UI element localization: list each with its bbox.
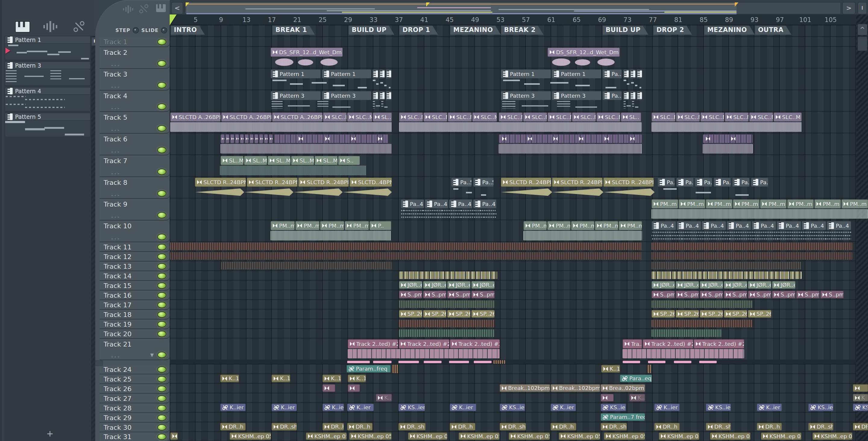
track-header[interactable]: Track 2... <box>99 47 169 68</box>
track-mute-led[interactable] <box>157 190 166 197</box>
track-header[interactable]: Track 9... <box>99 199 169 220</box>
track-header[interactable]: Track 21...▼ <box>99 339 169 359</box>
add-pattern-button[interactable]: + <box>46 429 53 439</box>
minimap-marker-icon <box>426 2 430 7</box>
track-header[interactable]: Track 7... <box>99 156 169 176</box>
track-header[interactable]: Track 3... <box>99 69 169 90</box>
playlist-minimap[interactable] <box>185 2 841 14</box>
track-options-dots[interactable]: ... <box>111 147 121 154</box>
scrollbar-thumb[interactable] <box>858 36 867 51</box>
track-mute-led[interactable] <box>157 125 166 131</box>
track-mute-led[interactable] <box>157 302 166 308</box>
scroll-left-button[interactable]: < <box>172 2 183 14</box>
track-header[interactable]: Track 10... <box>99 221 169 242</box>
track-header[interactable]: Track 29 <box>99 413 169 422</box>
track-header[interactable]: Track 6... <box>99 134 169 155</box>
track-mute-led[interactable] <box>157 212 166 218</box>
pattern-item-header[interactable]: Pattern 1 <box>5 36 90 43</box>
pattern-item[interactable]: Pattern 4 <box>5 87 90 111</box>
automation-link-icon[interactable] <box>73 21 85 33</box>
track-mute-led[interactable] <box>157 321 166 327</box>
track-header[interactable]: Track 26 <box>99 384 169 393</box>
track-header[interactable]: Track 24 <box>99 365 169 374</box>
track-header[interactable]: Track 12 <box>99 252 169 261</box>
track-header[interactable]: Track 25 <box>99 375 169 383</box>
collapse-arrow-icon[interactable]: ▼ <box>150 352 154 358</box>
track-mute-led[interactable] <box>157 366 166 373</box>
track-mute-led[interactable] <box>157 405 166 411</box>
pattern-list: Pattern 1Pattern 3Pattern 4Pattern 5 <box>4 36 91 441</box>
track-header[interactable]: Track 27 <box>99 394 169 403</box>
track-options-dots[interactable]: ... <box>111 104 121 111</box>
track-mute-led[interactable] <box>157 60 166 67</box>
track-options-dots[interactable]: ... <box>111 234 121 241</box>
track-mute-led[interactable] <box>157 244 166 250</box>
track-mute-led[interactable] <box>157 434 166 440</box>
track-mute-led[interactable] <box>157 147 166 153</box>
track-mute-led[interactable] <box>157 82 166 88</box>
track-header[interactable]: Track 30 <box>99 423 169 432</box>
pattern-item[interactable]: Pattern 5 <box>5 113 90 137</box>
track-header[interactable]: Track 16 <box>99 291 169 299</box>
track-header[interactable]: Track 8... <box>99 177 169 198</box>
track-options-dots[interactable]: ... <box>111 190 121 198</box>
pattern-item[interactable]: Pattern 1 <box>5 36 90 60</box>
track-mute-led[interactable] <box>157 311 166 318</box>
track-name: Track 21 <box>104 341 132 348</box>
track-header[interactable]: Track 11 <box>99 242 169 251</box>
track-mute-led[interactable] <box>157 414 166 421</box>
minimap-line <box>664 12 737 13</box>
collapsed-group-notch[interactable] <box>95 360 103 366</box>
track-header[interactable]: Track 5... <box>99 112 169 133</box>
track-mute-led[interactable] <box>157 376 166 382</box>
track-header[interactable]: Track 4... <box>99 91 169 111</box>
waveform-icon[interactable] <box>43 21 57 32</box>
scroll-up-button[interactable]: ^ <box>858 24 867 35</box>
track-mute-led[interactable] <box>157 292 166 298</box>
scroll-right-button[interactable]: > <box>842 2 855 14</box>
playlist-grid[interactable] <box>170 25 856 441</box>
track-options-dots[interactable]: ... <box>111 169 121 176</box>
track-options-dots[interactable]: ... <box>111 352 121 359</box>
track-mute-led[interactable] <box>157 395 166 402</box>
track-mute-led[interactable] <box>157 424 166 431</box>
track-options-dots[interactable]: ... <box>111 125 121 133</box>
track-header[interactable]: Track 20 <box>99 329 169 338</box>
track-mute-led[interactable] <box>157 331 166 337</box>
track-header[interactable]: Track 14 <box>99 271 169 280</box>
track-name: Track 12 <box>104 253 132 260</box>
track-mute-led[interactable] <box>157 104 166 110</box>
track-header[interactable]: Track 17 <box>99 300 169 309</box>
track-mute-led[interactable] <box>157 282 166 289</box>
track-header[interactable]: Track 31 <box>99 433 169 441</box>
track-options-dots[interactable]: ... <box>111 82 121 89</box>
track-mute-led[interactable] <box>157 234 166 240</box>
track-mute-led[interactable] <box>157 254 166 260</box>
pattern-item-header[interactable]: Pattern 4 <box>5 87 90 95</box>
track-name: Track 9 <box>104 201 127 208</box>
track-header[interactable]: Track 28 <box>99 404 169 412</box>
track-header[interactable]: Track 1 <box>99 37 169 47</box>
track-mute-led[interactable] <box>157 273 166 279</box>
track-header[interactable]: Track 15 <box>99 281 169 290</box>
track-mute-led[interactable] <box>157 39 166 45</box>
pattern-item-header[interactable]: Pattern 3 <box>5 62 90 69</box>
track-header[interactable]: Track 13 <box>99 262 169 271</box>
track-mute-led[interactable] <box>157 352 166 358</box>
track-mute-led[interactable] <box>157 169 166 175</box>
minimap-end-toggle-button[interactable]: I <box>858 2 867 14</box>
track-options-dots[interactable]: ... <box>111 60 121 67</box>
playhead-marker-icon[interactable] <box>170 14 177 25</box>
track-options-dots[interactable]: ... <box>111 212 121 219</box>
pattern-item[interactable]: Pattern 3 <box>5 62 90 86</box>
track-mute-led[interactable] <box>157 385 166 392</box>
piano-roll-icon <box>7 113 13 120</box>
timeline-ruler[interactable]: 5913172125293337414549535761656973778185… <box>170 14 868 25</box>
pattern-item-header[interactable]: Pattern 5 <box>5 113 90 120</box>
piano-icon[interactable] <box>15 21 30 33</box>
track-header[interactable]: Track 18 <box>99 310 169 319</box>
ruler-bar-number: 49 <box>468 16 482 24</box>
track-mute-led[interactable] <box>157 263 166 269</box>
track-header[interactable]: Track 19 <box>99 320 169 328</box>
track-name: Track 25 <box>104 375 132 383</box>
